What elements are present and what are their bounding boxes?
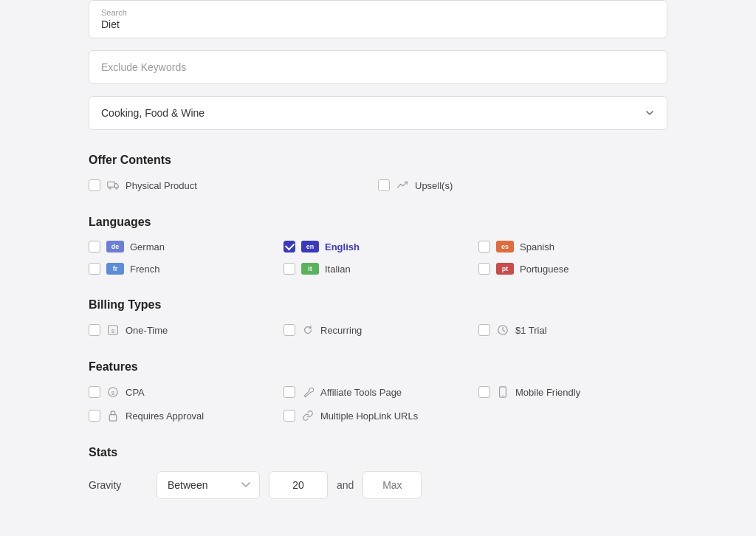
svg-point-2	[116, 188, 117, 189]
mobile-icon	[496, 385, 509, 399]
billing-types-title: Billing Types	[89, 298, 667, 312]
checkbox-cpa[interactable]	[89, 386, 100, 398]
checkbox-multiple-hoplinks[interactable]	[284, 410, 295, 422]
mobile-friendly-label: Mobile Friendly	[515, 387, 580, 398]
checkbox-item-affiliate-tools[interactable]: Affiliate Tools Page	[284, 385, 472, 399]
checkbox-portuguese[interactable]	[478, 263, 490, 275]
features-title: Features	[89, 360, 667, 374]
checkbox-german[interactable]	[89, 241, 100, 252]
checkbox-upsells[interactable]	[378, 179, 390, 191]
wrench-icon	[301, 385, 315, 399]
german-label: German	[130, 241, 165, 252]
svg-point-9	[502, 395, 503, 396]
features-section: Features $ CPA	[89, 360, 667, 422]
languages-grid: de German en English es Spanish fr Frenc…	[89, 241, 667, 275]
cpa-label: CPA	[126, 387, 145, 398]
trial-label: $1 Trial	[515, 325, 547, 336]
checkbox-requires-approval[interactable]	[89, 410, 100, 422]
checkbox-mobile-friendly[interactable]	[478, 386, 490, 398]
spanish-label: Spanish	[520, 241, 554, 252]
stats-section: Stats Gravity Between Greater Than Less …	[89, 446, 667, 499]
refresh-icon	[301, 323, 315, 337]
category-label: Cooking, Food & Wine	[101, 107, 205, 119]
checkbox-physical-product[interactable]	[89, 179, 100, 191]
one-time-label: One-Time	[126, 325, 168, 336]
checkbox-item-portuguese[interactable]: pt Portuguese	[478, 263, 667, 275]
badge-es: es	[496, 241, 514, 252]
exclude-keywords-field[interactable]: Exclude Keywords	[89, 50, 667, 84]
chevron-down-icon	[645, 108, 655, 118]
badge-it: it	[301, 263, 319, 275]
physical-product-label: Physical Product	[126, 180, 197, 191]
languages-section: Languages de German en English es Spanis…	[89, 216, 667, 275]
billing-types-section: Billing Types $ One-Time	[89, 298, 667, 337]
portuguese-label: Portuguese	[520, 264, 569, 275]
search-value: Diet	[101, 18, 120, 30]
checkbox-item-french[interactable]: fr French	[89, 263, 278, 275]
clock-icon	[496, 323, 509, 337]
dollar-circle-icon: $	[106, 385, 120, 399]
svg-text:$: $	[111, 328, 115, 334]
checkbox-item-physical-product[interactable]: Physical Product	[89, 179, 378, 192]
badge-en: en	[301, 241, 319, 252]
requires-approval-label: Requires Approval	[126, 410, 204, 422]
checkbox-one-time[interactable]	[89, 324, 100, 336]
badge-pt: pt	[496, 263, 514, 275]
dollar-square-icon: $	[106, 323, 120, 337]
checkbox-spanish[interactable]	[478, 241, 490, 252]
gravity-row: Gravity Between Greater Than Less Than a…	[89, 471, 667, 499]
checkbox-item-recurring[interactable]: Recurring	[284, 323, 472, 337]
checkbox-italian[interactable]	[284, 263, 295, 275]
gravity-label: Gravity	[89, 479, 148, 491]
exclude-keywords-placeholder: Exclude Keywords	[101, 61, 186, 73]
offer-contents-title: Offer Contents	[89, 154, 667, 167]
stats-title: Stats	[89, 446, 667, 459]
trending-up-icon	[396, 179, 409, 192]
offer-contents-section: Offer Contents Physical Product	[89, 154, 667, 192]
checkbox-item-one-time[interactable]: $ One-Time	[89, 323, 278, 337]
features-grid: $ CPA Affiliate Tools Page	[89, 385, 667, 422]
svg-rect-0	[108, 182, 115, 187]
checkbox-item-mobile-friendly[interactable]: Mobile Friendly	[478, 385, 667, 399]
affiliate-tools-label: Affiliate Tools Page	[320, 387, 402, 398]
svg-rect-10	[109, 415, 116, 421]
multiple-hoplinks-label: Multiple HopLink URLs	[320, 410, 418, 422]
checkbox-item-multiple-hoplinks[interactable]: Multiple HopLink URLs	[284, 409, 472, 422]
checkbox-item-german[interactable]: de German	[89, 241, 278, 252]
offer-contents-grid: Physical Product Upsell(s)	[89, 179, 667, 192]
gravity-max-input[interactable]	[362, 471, 422, 499]
billing-types-grid: $ One-Time Recurring	[89, 323, 667, 337]
checkbox-item-spanish[interactable]: es Spanish	[478, 241, 667, 252]
checkbox-french[interactable]	[89, 263, 100, 275]
checkbox-item-upsells[interactable]: Upsell(s)	[378, 179, 667, 192]
badge-de: de	[106, 241, 124, 252]
languages-title: Languages	[89, 216, 667, 229]
checkbox-item-italian[interactable]: it Italian	[284, 263, 472, 275]
main-container: Search Diet Exclude Keywords Cooking, Fo…	[0, 0, 756, 536]
upsells-label: Upsell(s)	[415, 180, 453, 191]
badge-fr: fr	[106, 263, 124, 275]
search-field[interactable]: Search Diet	[89, 0, 667, 38]
italian-label: Italian	[325, 264, 351, 275]
gravity-and-label: and	[337, 479, 354, 491]
checkbox-english[interactable]	[284, 241, 295, 252]
gravity-between-select[interactable]: Between Greater Than Less Than	[157, 471, 260, 499]
lock-icon	[106, 409, 120, 422]
checkbox-recurring[interactable]	[284, 324, 295, 336]
search-label: Search	[101, 8, 655, 17]
checkbox-item-requires-approval[interactable]: Requires Approval	[89, 409, 278, 422]
truck-icon	[106, 179, 120, 192]
svg-text:$: $	[111, 390, 115, 396]
checkbox-trial[interactable]	[478, 324, 490, 336]
checkbox-item-english[interactable]: en English	[284, 241, 472, 252]
gravity-min-input[interactable]	[269, 471, 328, 499]
checkbox-affiliate-tools[interactable]	[284, 386, 295, 398]
checkbox-item-trial[interactable]: $1 Trial	[478, 323, 667, 337]
checkbox-item-cpa[interactable]: $ CPA	[89, 385, 278, 399]
english-label: English	[325, 241, 360, 252]
category-dropdown[interactable]: Cooking, Food & Wine	[89, 96, 667, 130]
svg-point-1	[109, 188, 111, 189]
link-icon	[301, 409, 315, 422]
french-label: French	[130, 264, 159, 275]
recurring-label: Recurring	[320, 325, 362, 336]
